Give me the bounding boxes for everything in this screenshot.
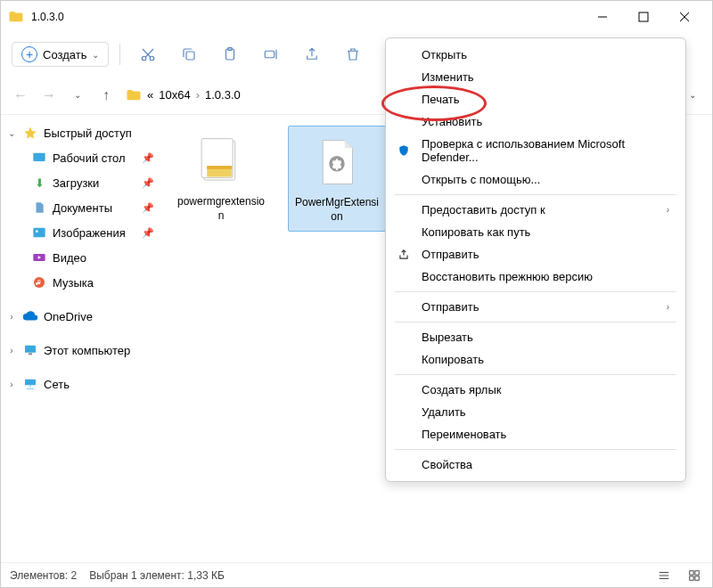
sidebar-item-network[interactable]: ›Сеть (1, 372, 161, 396)
menu-rename[interactable]: Переименовать (386, 423, 685, 445)
maximize-button[interactable] (623, 1, 664, 33)
pin-icon: 📌 (142, 177, 154, 189)
sidebar-item-downloads[interactable]: ⬇Загрузки📌 (1, 170, 161, 195)
menu-cut[interactable]: Вырезать (386, 326, 685, 348)
sidebar-label: OneDrive (44, 310, 154, 323)
chevron-down-icon: ⌄ (92, 50, 99, 60)
svg-rect-10 (33, 153, 45, 161)
svg-rect-1 (639, 12, 648, 21)
item-count: Элементов: 2 (10, 569, 77, 582)
svg-rect-6 (186, 52, 194, 60)
menu-copypath[interactable]: Копировать как путь (386, 221, 685, 243)
window-title: 1.0.3.0 (31, 11, 582, 23)
sidebar-label: Быстрый доступ (44, 127, 154, 140)
svg-rect-9 (266, 51, 275, 58)
svg-rect-16 (29, 353, 32, 355)
share-icon[interactable] (295, 37, 329, 71)
document-icon (31, 200, 47, 216)
details-view-button[interactable] (655, 567, 673, 584)
menu-sendto[interactable]: Отправить› (386, 296, 685, 318)
selection-info: Выбран 1 элемент: 1,33 КБ (89, 569, 225, 582)
statusbar: Элементов: 2 Выбран 1 элемент: 1,33 КБ (1, 562, 712, 587)
chevron-right-icon: › (667, 205, 669, 215)
breadcrumb-seg[interactable]: 10x64 (159, 88, 190, 102)
dll-icon (193, 133, 250, 190)
breadcrumb-seg[interactable]: 1.0.3.0 (205, 88, 241, 102)
chevron-down-icon[interactable]: ⌄ (684, 86, 701, 104)
sidebar-item-documents[interactable]: Документы📌 (1, 195, 161, 220)
pin-icon: 📌 (142, 202, 154, 214)
svg-rect-27 (695, 570, 699, 574)
svg-point-4 (143, 56, 147, 61)
chevron-right-icon: › (6, 380, 17, 389)
sidebar-item-thispc[interactable]: ›Этот компьютер (1, 338, 161, 363)
chevron-down-icon: ⌄ (6, 128, 17, 138)
menu-edit[interactable]: Изменить (386, 66, 685, 88)
plus-icon: + (21, 46, 37, 62)
menu-delete[interactable]: Удалить (386, 401, 685, 423)
menu-openwith[interactable]: Открыть с помощью... (386, 168, 685, 191)
menu-print[interactable]: Печать (386, 88, 685, 110)
forward-button[interactable]: → (40, 86, 58, 104)
create-label: Создать (43, 48, 86, 61)
chevron-right-icon: › (6, 346, 17, 355)
music-icon (31, 274, 47, 290)
sidebar-label: Рабочий стол (53, 151, 136, 165)
rename-icon[interactable] (254, 37, 288, 71)
menu-separator (395, 194, 676, 195)
minimize-button[interactable] (582, 1, 623, 33)
close-button[interactable] (664, 1, 705, 33)
shield-icon (397, 143, 411, 158)
sidebar-label: Этот компьютер (44, 344, 154, 357)
menu-copy[interactable]: Копировать (386, 348, 685, 371)
sidebar-item-onedrive[interactable]: ›OneDrive (1, 304, 161, 329)
file-item-selected[interactable]: PowerMgrExtension (288, 126, 386, 232)
svg-rect-26 (690, 570, 693, 574)
up-button[interactable]: ↑ (97, 86, 115, 104)
desktop-icon (31, 150, 47, 166)
svg-rect-28 (690, 576, 693, 579)
back-button[interactable]: ← (12, 86, 29, 104)
menu-defender[interactable]: Проверка с использованием Microsoft Defe… (386, 133, 685, 168)
menu-properties[interactable]: Свойства (386, 453, 685, 476)
separator (119, 44, 120, 65)
file-item[interactable]: powermgrextension (172, 126, 270, 230)
sidebar-label: Загрузки (53, 176, 136, 190)
menu-separator (395, 374, 676, 375)
file-name: PowerMgrExtension (292, 196, 381, 224)
sidebar-item-music[interactable]: Музыка (1, 270, 161, 295)
pin-icon: 📌 (142, 152, 154, 164)
picture-icon (31, 225, 47, 241)
share-icon (397, 248, 411, 262)
paste-icon[interactable] (213, 37, 247, 71)
breadcrumb[interactable]: « 10x64 › 1.0.3.0 (126, 87, 241, 103)
menu-grantaccess[interactable]: Предоставить доступ к› (386, 199, 685, 221)
sidebar-label: Музыка (53, 276, 154, 290)
create-button[interactable]: + Создать ⌄ (12, 42, 109, 67)
sidebar-item-pictures[interactable]: Изображения📌 (1, 220, 161, 245)
svg-rect-11 (33, 228, 45, 238)
context-menu: Открыть Изменить Печать Установить Прове… (385, 37, 686, 482)
copy-icon[interactable] (172, 37, 206, 71)
menu-send[interactable]: Отправить (386, 243, 685, 265)
network-icon (22, 376, 38, 392)
icons-view-button[interactable] (685, 567, 703, 584)
menu-restore[interactable]: Восстановить прежнюю версию (386, 265, 685, 288)
menu-shortcut[interactable]: Создать ярлык (386, 379, 685, 401)
svg-rect-29 (695, 576, 699, 579)
cut-icon[interactable] (131, 37, 165, 71)
sidebar-label: Изображения (53, 226, 136, 240)
folder-icon (8, 9, 24, 25)
sidebar-item-video[interactable]: Видео (1, 245, 161, 270)
svg-point-22 (334, 161, 339, 166)
menu-separator (395, 291, 676, 292)
chevron-right-icon: › (667, 302, 669, 312)
sidebar-item-desktop[interactable]: Рабочий стол📌 (1, 145, 161, 170)
menu-install[interactable]: Установить (386, 110, 685, 133)
menu-open[interactable]: Открыть (386, 44, 685, 66)
sidebar-item-quickaccess[interactable]: ⌄ Быстрый доступ (1, 120, 161, 145)
delete-icon[interactable] (336, 37, 370, 71)
video-icon (31, 249, 47, 265)
chevron-down-icon[interactable]: ⌄ (69, 86, 86, 104)
cloud-icon (22, 308, 38, 324)
